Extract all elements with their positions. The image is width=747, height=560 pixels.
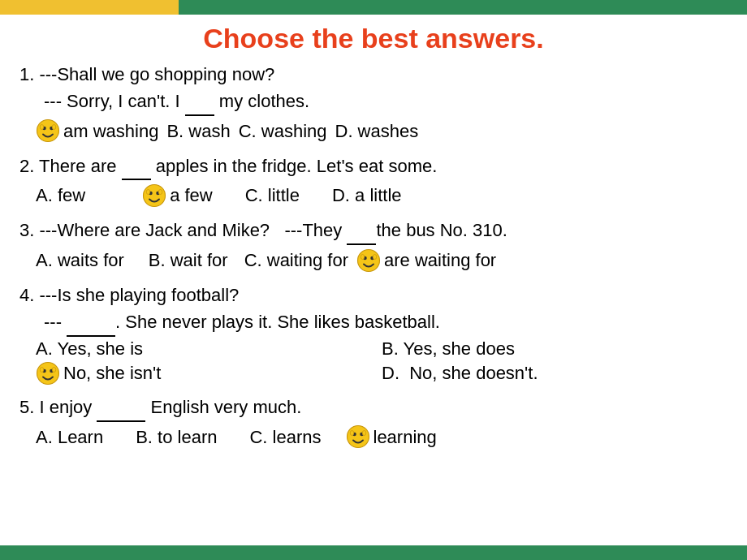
q1-blank [185, 89, 214, 116]
q3-a-label: A. waits for [36, 247, 124, 274]
svg-point-4 [52, 125, 56, 130]
q1-d-label: D. washes [335, 118, 419, 144]
smiley-q5d [346, 424, 370, 449]
q2-line1: 2. There are apples in the fridge. Let's… [19, 154, 728, 181]
q2-option-b: a few [142, 182, 213, 209]
smiley-q3d [356, 248, 381, 273]
svg-point-14 [373, 254, 377, 259]
q5-option-d: learning [346, 424, 437, 450]
question-3: 3. ---Where are Jack and Mike? ---They t… [19, 218, 728, 274]
smiley-q4c [36, 361, 60, 386]
q4-d-label: D. No, she doesn't. [382, 363, 538, 384]
q4-line1: 4. ---Is she playing football? [19, 283, 728, 308]
q2-answers: A. few a few C. little [19, 182, 728, 209]
q4-blank [67, 310, 115, 337]
q3-option-b: B. wait for [149, 247, 228, 274]
q3-line1: 3. ---Where are Jack and Mike? ---They t… [19, 218, 728, 245]
q4-option-c: No, she isn't [36, 361, 382, 386]
svg-point-10 [358, 249, 380, 271]
q1-option-d: D. washes [335, 118, 419, 144]
q2-option-d: D. a little [332, 182, 402, 209]
q3-d-label: are waiting for [384, 247, 496, 274]
q3-b-label: B. wait for [149, 247, 228, 274]
svg-point-23 [350, 431, 354, 436]
q2-option-a: A. few [36, 182, 85, 209]
q2-option-c: C. little [245, 182, 300, 209]
q5-d-label: learning [374, 424, 437, 450]
q4-option-b: B. Yes, she does [382, 338, 728, 360]
question-4: 4. ---Is she playing football? --- . She… [19, 283, 728, 386]
q3-option-d: are waiting for [356, 247, 496, 274]
q1-a-label: am washing [63, 118, 158, 144]
top-bar-green [0, 0, 747, 15]
svg-point-19 [52, 367, 56, 372]
q4-answers: A. Yes, she is B. Yes, she does No, sh [19, 338, 728, 386]
smiley-q1a [36, 118, 60, 143]
q2-blank [122, 154, 151, 181]
q3-c-label: C. waiting for [244, 247, 348, 274]
q2-a-label: A. few [36, 182, 85, 209]
q3-answers: A. waits for B. wait for C. waiting for [19, 247, 728, 274]
q2-d-label: D. a little [332, 182, 402, 209]
svg-point-18 [40, 367, 44, 372]
q5-blank [97, 395, 145, 422]
q5-a-label: A. Learn [36, 424, 103, 450]
q1-answers: am washing B. wash C. washing D. washes [19, 118, 728, 144]
q5-option-b: B. to learn [136, 424, 217, 450]
svg-point-8 [146, 189, 150, 194]
q1-c-label: C. washing [239, 118, 327, 144]
q1-option-a: am washing [36, 118, 158, 144]
q2-c-label: C. little [245, 182, 300, 209]
q1-option-b: B. wash [166, 118, 230, 144]
svg-point-5 [144, 184, 166, 206]
svg-point-0 [37, 120, 59, 142]
q1-b-label: B. wash [166, 118, 230, 144]
page-title: Choose the best answers. [19, 23, 728, 54]
q3-blank [347, 218, 376, 245]
question-5: 5. I enjoy English very much. A. Learn B… [19, 395, 728, 450]
question-1: 1. ---Shall we go shopping now? --- Sorr… [19, 62, 728, 144]
svg-point-20 [347, 426, 369, 448]
main-content: Choose the best answers. 1. ---Shall we … [0, 15, 747, 545]
q3-option-a: A. waits for [36, 247, 124, 274]
q4-option-a: A. Yes, she is [36, 338, 382, 360]
top-bar-yellow [0, 0, 179, 15]
q5-b-label: B. to learn [136, 424, 217, 450]
q5-option-a: A. Learn [36, 424, 103, 450]
q5-option-c: C. learns [249, 424, 321, 450]
q4-c-label: No, she isn't [63, 363, 161, 384]
q4-a-label: A. Yes, she is [36, 338, 143, 360]
q5-answers: A. Learn B. to learn C. learns [19, 424, 728, 450]
svg-point-24 [362, 431, 366, 436]
bottom-bar [0, 545, 747, 560]
svg-point-9 [158, 189, 162, 194]
q4-line2: --- . She never plays it. She likes bask… [19, 310, 728, 337]
svg-point-3 [40, 125, 44, 130]
svg-point-13 [361, 254, 365, 259]
q1-option-c: C. washing [239, 118, 327, 144]
q1-line2: --- Sorry, I can't. I my clothes. [19, 89, 728, 116]
q4-option-d: D. No, she doesn't. [382, 361, 728, 386]
svg-point-15 [37, 362, 59, 384]
q5-line1: 5. I enjoy English very much. [19, 395, 728, 422]
q3-option-c: C. waiting for [244, 247, 348, 274]
q2-b-label: a few [170, 182, 213, 209]
question-2: 2. There are apples in the fridge. Let's… [19, 154, 728, 209]
q1-line1: 1. ---Shall we go shopping now? [19, 62, 728, 88]
q4-b-label: B. Yes, she does [382, 338, 515, 360]
q5-c-label: C. learns [249, 424, 321, 450]
smiley-q2b [142, 183, 166, 208]
